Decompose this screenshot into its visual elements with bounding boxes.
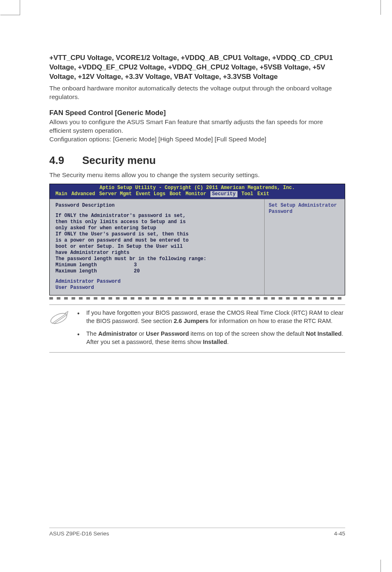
note-icon (49, 311, 68, 326)
note-list: If you have forgotten your BIOS password… (77, 309, 345, 346)
fan-heading: FAN Speed Control [Generic Mode] (49, 109, 345, 117)
note-2-e: items on top of the screen show the defa… (189, 330, 306, 337)
page-content: +VTT_CPU Voltage, VCORE1/2 Voltage, +VDD… (49, 53, 345, 353)
note-2-a: The (86, 330, 98, 337)
bios-user-password[interactable]: User Password (55, 285, 260, 291)
bios-desc-line: If ONLY the User's password is set, then… (55, 231, 260, 238)
chapter-name: Security menu (82, 154, 156, 166)
bios-tab-main[interactable]: Main (55, 191, 67, 197)
bios-tabs: MainAdvancedServer MgmtEvent LogsBootMon… (50, 191, 345, 199)
note-2-f: Not Installed (306, 330, 341, 337)
bios-max-label: Maximum length (55, 268, 97, 274)
footer-right: 4-45 (334, 530, 345, 537)
bios-desc-line: have Administrator rights (55, 250, 260, 256)
note-2-h: Installed (203, 339, 227, 345)
crop-mark-tl (20, 0, 28, 15)
bios-tab-server-mgmt[interactable]: Server Mgmt (99, 191, 131, 197)
bios-title: Aptio Setup Utility - Copyright (C) 2011… (50, 184, 345, 191)
bios-min-label: Minimum length (55, 262, 97, 268)
dashed-separator (49, 297, 345, 300)
bios-desc-line: The password length must br in the follo… (55, 256, 260, 262)
bios-tab-exit[interactable]: Exit (257, 191, 269, 197)
voltage-heading: +VTT_CPU Voltage, VCORE1/2 Voltage, +VDD… (49, 53, 345, 82)
page-footer: ASUS Z9PE-D16 Series 4-45 (49, 528, 345, 537)
note-1-bold: 2.6 Jumpers (174, 318, 209, 324)
bios-tab-event-logs[interactable]: Event Logs (136, 191, 166, 197)
footer-left: ASUS Z9PE-D16 Series (49, 530, 109, 537)
bios-help-2: Password (269, 209, 341, 215)
note-block: If you have forgotten your BIOS password… (49, 304, 345, 352)
crop-mark-br (380, 560, 392, 572)
bios-desc-line: is a power on password and must be enter… (55, 238, 260, 244)
chapter-number: 4.9 (49, 154, 82, 167)
bios-screenshot: Aptio Setup Utility - Copyright (C) 2011… (49, 184, 345, 295)
bios-desc-line: then this only limits access to Setup an… (55, 219, 260, 225)
voltage-body: The onboard hardware monitor automatical… (49, 84, 345, 101)
chapter-intro: The Security menu items allow you to cha… (49, 171, 345, 180)
bios-desc-line: only asked for when entering Setup (55, 225, 260, 231)
crop-mark-tr (380, 0, 392, 15)
note-item-1: If you have forgotten your BIOS password… (77, 309, 345, 325)
bios-tab-monitor[interactable]: Monitor (185, 191, 206, 197)
bios-left-pane: Password Description If ONLY the Adminis… (50, 199, 265, 295)
bios-tab-boot[interactable]: Boot (170, 191, 182, 197)
note-1-text-c: for information on how to erase the RTC … (208, 318, 332, 324)
bios-min-val: 3 (134, 262, 137, 268)
bios-desc-line: If ONLY the Administrator's password is … (55, 213, 260, 219)
chapter-title: 4.9Security menu (49, 154, 345, 167)
bios-admin-password[interactable]: Administrator Password (55, 279, 260, 285)
bios-tab-security[interactable]: Security (210, 191, 238, 197)
fan-body-1: Allows you to configure the ASUS Smart F… (49, 118, 345, 135)
note-2-b: Administrator (98, 330, 137, 337)
note-item-2: The Administrator or User Password items… (77, 330, 345, 346)
bios-tab-advanced[interactable]: Advanced (71, 191, 95, 197)
note-2-i: . (227, 339, 229, 345)
fan-body-2: Configuration options: [Generic Mode] [H… (49, 135, 345, 144)
bios-right-pane: Set Setup Administrator Password (265, 199, 345, 295)
note-2-d: User Password (146, 330, 189, 337)
bios-pw-desc-heading: Password Description (55, 203, 260, 209)
bios-help-1: Set Setup Administrator (269, 203, 341, 209)
bios-desc-line: boot or enter Setup. In Setup the User w… (55, 244, 260, 250)
bios-tab-tool[interactable]: Tool (242, 191, 254, 197)
note-2-c: or (137, 330, 146, 337)
bios-max-val: 20 (134, 268, 140, 274)
svg-line-1 (53, 314, 66, 323)
bios-body: Password Description If ONLY the Adminis… (50, 199, 345, 295)
